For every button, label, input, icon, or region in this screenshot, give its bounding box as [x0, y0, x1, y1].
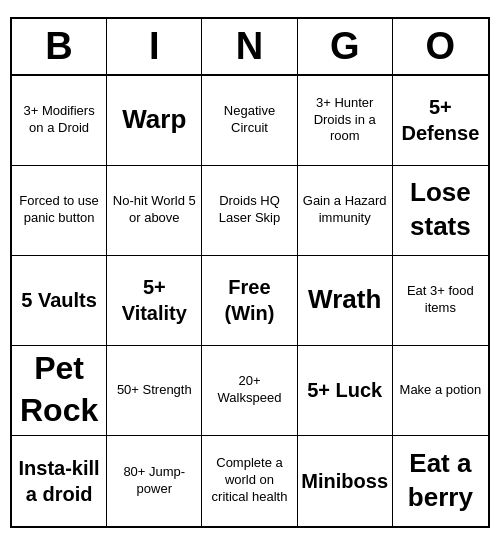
bingo-cell: No-hit World 5 or above — [107, 166, 202, 256]
bingo-cell: Insta-kill a droid — [12, 436, 107, 526]
bingo-cell: 5 Vaults — [12, 256, 107, 346]
bingo-cell: Miniboss — [298, 436, 393, 526]
bingo-cell: 5+ Defense — [393, 76, 488, 166]
bingo-cell: Warp — [107, 76, 202, 166]
bingo-cell: 50+ Strength — [107, 346, 202, 436]
bingo-cell: Eat 3+ food items — [393, 256, 488, 346]
bingo-card: BINGO 3+ Modifiers on a DroidWarpNegativ… — [10, 17, 490, 528]
bingo-cell: Forced to use panic button — [12, 166, 107, 256]
bingo-cell: 3+ Hunter Droids in a room — [298, 76, 393, 166]
bingo-cell: 20+ Walkspeed — [202, 346, 297, 436]
bingo-cell: Droids HQ Laser Skip — [202, 166, 297, 256]
bingo-cell: Free (Win) — [202, 256, 297, 346]
bingo-cell: Pet Rock — [12, 346, 107, 436]
bingo-letter: N — [202, 19, 297, 74]
bingo-cell: Gain a Hazard immunity — [298, 166, 393, 256]
bingo-cell: 5+ Vitality — [107, 256, 202, 346]
bingo-cell: Negative Circuit — [202, 76, 297, 166]
bingo-header: BINGO — [12, 19, 488, 76]
bingo-cell: 3+ Modifiers on a Droid — [12, 76, 107, 166]
bingo-cell: 5+ Luck — [298, 346, 393, 436]
bingo-grid: 3+ Modifiers on a DroidWarpNegative Circ… — [12, 76, 488, 526]
bingo-letter: B — [12, 19, 107, 74]
bingo-letter: I — [107, 19, 202, 74]
bingo-cell: Complete a world on critical health — [202, 436, 297, 526]
bingo-cell: Wrath — [298, 256, 393, 346]
bingo-cell: Eat a berry — [393, 436, 488, 526]
bingo-letter: G — [298, 19, 393, 74]
bingo-cell: 80+ Jump-power — [107, 436, 202, 526]
bingo-cell: Make a potion — [393, 346, 488, 436]
bingo-cell: Lose stats — [393, 166, 488, 256]
bingo-letter: O — [393, 19, 488, 74]
